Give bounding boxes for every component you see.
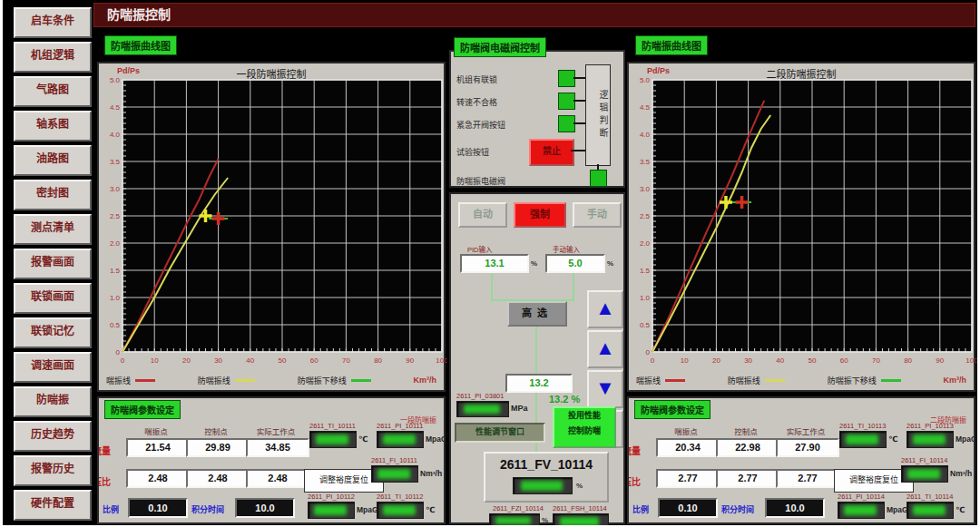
instrument-tag: 2611_PI_10114 [838,493,885,501]
sidebar-item-7[interactable]: 报警画面 [14,249,92,279]
auto-mode-button[interactable]: 自动 [458,202,507,228]
legend-item: 防喘振线 [198,375,255,386]
valve-output-value: 13.2 [505,374,573,393]
surge-chart-stage1: 010203040506070809010000.51.01.52.02.53.… [99,78,447,372]
legend-label: 喘振线 [106,375,131,386]
decrease-button[interactable]: ▼ [587,370,623,408]
sidebar-item-5[interactable]: 密封图 [14,180,92,210]
increase-button[interactable]: ▲ [587,330,623,368]
instrument-display [309,431,357,448]
page-title: 防喘振控制 [107,7,171,22]
sidebar-item-4[interactable]: 油路图 [14,145,92,176]
valve-position-unit: % [576,482,583,490]
legend-item: 防喘振线 [728,375,785,386]
instrument-unit: ℃ [358,434,368,444]
svg-text:90: 90 [936,356,944,365]
enable-performance-button[interactable]: 投用性能 控制防喘 [553,406,616,448]
sidebar-item-6[interactable]: 测点清单 [14,214,92,245]
logic-judge-box: 逻辑判断 [585,64,611,166]
row-label: 流量 [97,444,111,457]
svg-text:0: 0 [121,356,125,365]
integral-time-value[interactable]: 10.0 [235,498,295,518]
sidebar-item-12[interactable]: 历史趋势 [14,421,92,452]
sidebar-item-8[interactable]: 联锁画面 [14,283,92,314]
instrument-tag: 2611_PI_10112 [308,493,355,501]
fsh-display [553,513,609,527]
x-axis-unit: Km³/h [413,376,436,385]
param-value[interactable]: 2.48 [186,469,250,488]
sidebar-item-0[interactable]: 启车条件 [14,7,92,38]
page-title-bar: 防喘振控制 [93,3,975,27]
sidebar-item-11[interactable]: 防喘振 [14,386,92,417]
performance-window-button[interactable]: 性能调节窗口 [455,423,545,443]
sidebar-item-13[interactable]: 报警历史 [14,455,92,486]
connector-line [573,100,585,102]
increase-fast-button[interactable]: ▲ [587,290,623,328]
instrument-unit: ℃ [426,505,435,514]
force-mode-button[interactable]: 强制 [514,202,566,228]
proportional-value[interactable]: 0.10 [658,498,718,518]
manual-mode-button[interactable]: 手动 [573,202,622,228]
sidebar-item-9[interactable]: 联锁记忆 [14,317,92,348]
svg-text:4.5: 4.5 [110,103,121,112]
enable-line2: 控制防喘 [554,424,614,439]
sidebar-item-3[interactable]: 轴系图 [14,111,92,142]
left-curve-section-label: 防喘振曲线图 [104,35,177,55]
param-value[interactable]: 20.34 [656,438,720,457]
legend-label: 防喘振下移线 [298,375,347,386]
integral-time-value[interactable]: 10.0 [765,498,825,518]
instrument-unit: MpaG [426,434,446,444]
row-label: 压比 [97,474,111,488]
param-value[interactable]: 2.77 [656,469,720,488]
param-value[interactable]: 2.48 [246,469,309,488]
pid-input-value[interactable]: 13.1 [460,254,529,273]
manual-input-value[interactable]: 5.0 [545,254,605,273]
svg-text:10: 10 [151,356,159,365]
instrument-display [901,465,948,483]
fzi-unit: % [542,516,548,524]
sidebar-item-1[interactable]: 机组逻辑 [14,42,92,73]
instrument-display [838,502,885,519]
svg-text:1.5: 1.5 [110,267,121,275]
connector-line [571,150,585,151]
fzi-display [489,513,540,527]
instrument-tag: 2611_PI_10111 [377,422,423,430]
param-value[interactable]: 29.89 [186,438,250,457]
param-value[interactable]: 22.98 [716,438,779,457]
svg-text:2.0: 2.0 [110,239,121,248]
svg-text:4.5: 4.5 [640,103,651,112]
param-value[interactable]: 2.77 [776,469,839,488]
svg-text:60: 60 [840,356,848,365]
legend-swatch [135,379,155,382]
svg-text:0.5: 0.5 [640,321,651,329]
proportional-label: 比例 [103,503,119,515]
param-value[interactable]: 34.85 [246,438,309,457]
svg-text:100: 100 [436,356,447,365]
instrument-display [308,502,355,519]
param-value[interactable]: 27.90 [776,438,839,457]
sidebar-item-14[interactable]: 硬件配置 [14,490,92,521]
legend-swatch [351,379,371,382]
legend-swatch [765,379,785,382]
legend-item: 喘振线 [106,375,155,386]
sidebar-item-10[interactable]: 调速画面 [14,352,92,383]
y-axis-label: Pd/Ps [647,66,670,75]
test-forbid-button[interactable]: 禁止 [529,139,574,166]
svg-text:0: 0 [651,356,655,365]
right-curve-section-label: 防喘振曲线图 [635,35,708,55]
legend-item: 防喘振下移线 [298,375,371,386]
legend-swatch [881,379,901,382]
svg-text:1.0: 1.0 [640,294,651,302]
svg-text:60: 60 [310,356,318,365]
col-header: 实际工作点 [776,425,836,436]
param-value[interactable]: 21.54 [126,438,190,457]
sidebar-item-2[interactable]: 气路图 [14,76,92,107]
param-value[interactable]: 2.48 [126,469,190,488]
high-select-button[interactable]: 高选 [507,301,567,327]
instrument-display [906,502,954,519]
connector-line [573,77,585,79]
svg-text:50: 50 [808,356,817,365]
param-value[interactable]: 2.77 [716,469,779,488]
valve-tag-box: 2611_FV_10114 % [484,452,609,503]
proportional-value[interactable]: 0.10 [128,498,188,518]
